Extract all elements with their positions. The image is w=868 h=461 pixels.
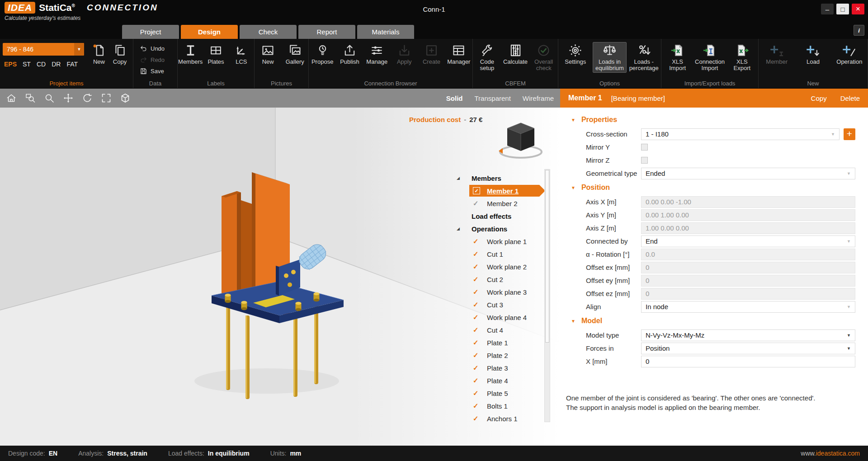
tree-item-cut-1[interactable]: ✓Cut 1 [452, 248, 556, 260]
tree-item-plate-2[interactable]: ✓Plate 2 [452, 349, 556, 362]
tree-item-plate-4[interactable]: ✓Plate 4 [452, 374, 556, 387]
section-header-properties[interactable]: ▼Properties [560, 112, 868, 127]
analysis-type-dr[interactable]: DR [52, 61, 61, 68]
analysis-type-eps[interactable]: EPS [4, 61, 17, 68]
model-type-select[interactable]: N-Vy-Vz-Mx-My-Mz▼ [641, 329, 855, 341]
maximize-button[interactable]: □ [836, 4, 849, 14]
connection-browser-manage-button[interactable]: Manage [363, 42, 391, 66]
cross-section-select[interactable]: 1 - I180▼ [641, 128, 840, 140]
navigation-cube[interactable] [495, 118, 549, 168]
labels-plates-button[interactable]: Plates [203, 42, 228, 66]
new-operation-button[interactable]: Operation [831, 42, 868, 66]
options-loads-in-equilibrium-button[interactable]: Loads in equilibrium [593, 42, 627, 73]
mirror-y-checkbox[interactable] [641, 144, 648, 151]
connection-browser-propose-button[interactable]: Propose [309, 42, 336, 66]
section-header-position[interactable]: ▼Position [560, 180, 868, 195]
tree-item-load-effects[interactable]: Load effects [452, 210, 556, 222]
operations-tree: ◢Members✓Member 1✓Member 2Load effects◢O… [452, 172, 556, 425]
tree-expand-icon[interactable]: ◢ [457, 176, 460, 180]
pan-tool-button[interactable] [61, 91, 75, 105]
connection-browser-create-button[interactable]: Create [418, 42, 445, 66]
tree-item-operations[interactable]: ◢Operations [452, 222, 556, 235]
add-cross-section-button[interactable]: + [844, 128, 855, 140]
project-items-new-button[interactable]: New [89, 42, 109, 66]
new-load-button[interactable]: Load [795, 42, 831, 66]
tree-item-members[interactable]: ◢Members [452, 172, 556, 184]
zoom-window-tool-button[interactable] [24, 91, 37, 105]
options-settings-button[interactable]: Settings [558, 42, 593, 66]
data-save-button[interactable]: Save [140, 67, 177, 75]
connection-browser-apply-button[interactable]: Apply [391, 42, 418, 66]
analysis-type-cd[interactable]: CD [37, 61, 46, 68]
cbfem-overall-check-button[interactable]: Overall check [529, 42, 558, 73]
geometrical-type-select[interactable]: Ended▼ [641, 168, 855, 179]
connected-by-select[interactable]: End▼ [641, 235, 855, 247]
options-loads-percentage-button[interactable]: Loads - percentage [627, 42, 661, 73]
tree-item-plate-1[interactable]: ✓Plate 1 [452, 336, 556, 349]
analysis-type-fat[interactable]: FAT [66, 61, 78, 68]
project-item-selector[interactable]: 796 - 846▼ [3, 43, 84, 56]
forces-in-select[interactable]: Position▼ [641, 343, 855, 354]
tree-item-work-plane-1[interactable]: ✓Work plane 1 [452, 235, 556, 248]
delete-member-button[interactable]: Delete [840, 94, 860, 102]
tree-expand-icon[interactable]: ◢ [457, 226, 460, 231]
ribbon-group-label: Labels [178, 80, 254, 87]
tree-item-member-2[interactable]: ✓Member 2 [452, 197, 556, 210]
orbit-tool-button[interactable] [80, 91, 94, 105]
data-undo-button[interactable]: Undo [140, 45, 177, 52]
tree-item-work-plane-2[interactable]: ✓Work plane 2 [452, 260, 556, 273]
zoom-tool-button[interactable] [42, 91, 56, 105]
section-header-model[interactable]: ▼Model [560, 313, 868, 329]
tree-item-anchors-1[interactable]: ✓Anchors 1 [452, 412, 556, 425]
align-select[interactable]: In node▼ [641, 301, 855, 313]
minimize-button[interactable]: – [821, 4, 834, 14]
import-export-loads-connection-import-button[interactable]: Connection Import [693, 42, 726, 73]
tree-item-plate-5[interactable]: ✓Plate 5 [452, 387, 556, 400]
viewport-3d[interactable]: Production cost-27 € ◢Members✓Member 1✓M… [0, 108, 560, 446]
tree-item-work-plane-3[interactable]: ✓Work plane 3 [452, 286, 556, 298]
cbfem-calculate-button[interactable]: Calculate [501, 42, 530, 66]
import-export-loads-xls-export-button[interactable]: XLS Export [726, 42, 758, 73]
close-button[interactable]: × [852, 4, 864, 14]
view-mode-solid[interactable]: Solid [446, 94, 463, 102]
connection-browser-publish-button[interactable]: Publish [336, 42, 363, 66]
tab-project[interactable]: Project [122, 25, 179, 39]
data-redo-button[interactable]: Redo [140, 56, 177, 64]
view-mode-transparent[interactable]: Transparent [475, 94, 511, 102]
tab-design[interactable]: Design [181, 25, 238, 39]
connection-browser-manager-button[interactable]: Manager [445, 42, 472, 66]
cbfem-code-setup-button[interactable]: Code setup [473, 42, 501, 73]
clipping-box-tool-button[interactable] [118, 91, 132, 105]
x-mm-input[interactable] [641, 356, 855, 367]
tree-scrollbar[interactable] [544, 169, 550, 422]
zoom-fit-tool-button[interactable] [99, 91, 113, 105]
labels-members-button[interactable]: Members [178, 42, 203, 66]
mirror-z-checkbox[interactable] [641, 157, 648, 164]
tab-report[interactable]: Report [298, 25, 355, 39]
copy-member-button[interactable]: Copy [811, 94, 827, 102]
tab-check[interactable]: Check [240, 25, 297, 39]
offset-ey-mm-field: 0 [641, 275, 855, 287]
scrollbar-thumb[interactable] [545, 170, 549, 343]
tree-item-member-1[interactable]: ✓Member 1 [452, 184, 556, 197]
tab-materials[interactable]: Materials [357, 25, 414, 39]
labels-lcs-button[interactable]: LCS [229, 42, 254, 66]
view-mode-wireframe[interactable]: Wireframe [523, 94, 554, 102]
website-link[interactable]: www.ideastatica.com [801, 450, 860, 457]
info-button[interactable]: i [854, 25, 864, 36]
tree-item-work-plane-4[interactable]: ✓Work plane 4 [452, 311, 556, 324]
import-export-loads-xls-import-button[interactable]: XLS Import [661, 42, 693, 73]
tree-item-plate-3[interactable]: ✓Plate 3 [452, 362, 556, 374]
analysis-type-st[interactable]: ST [23, 61, 31, 68]
member-visibility-checkbox[interactable]: ✓ [473, 187, 480, 194]
pictures-new-button[interactable]: New [255, 42, 282, 66]
project-items-copy-button[interactable]: Copy [109, 42, 130, 66]
new-member-button[interactable]: Member [759, 42, 795, 66]
tree-item-cut-4[interactable]: ✓Cut 4 [452, 324, 556, 336]
pictures-gallery-button[interactable]: Gallery [282, 42, 309, 66]
tree-item-cut-3[interactable]: ✓Cut 3 [452, 298, 556, 311]
home-tool-button[interactable] [5, 91, 18, 105]
tree-item-bolts-1[interactable]: ✓Bolts 1 [452, 400, 556, 412]
tree-item-cut-2[interactable]: ✓Cut 2 [452, 273, 556, 286]
code-setup-icon [480, 43, 494, 57]
